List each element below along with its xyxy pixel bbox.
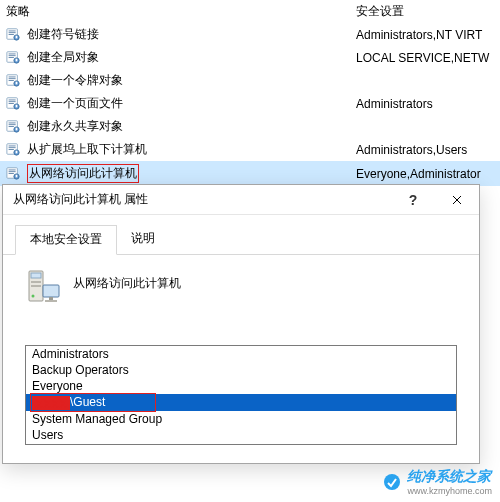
svg-rect-49 <box>45 300 57 302</box>
svg-rect-1 <box>9 31 16 32</box>
titlebar[interactable]: 从网络访问此计算机 属性 ? <box>3 185 479 215</box>
tab-local-security[interactable]: 本地安全设置 <box>15 225 117 255</box>
policy-row[interactable]: 创建一个令牌对象 <box>0 69 500 92</box>
svg-rect-3 <box>9 34 14 35</box>
svg-rect-45 <box>31 285 41 287</box>
svg-rect-43 <box>31 273 41 278</box>
svg-rect-38 <box>9 171 16 172</box>
principal-item-selected[interactable]: XXXX\Guest <box>26 394 456 411</box>
svg-rect-41 <box>16 175 18 178</box>
column-header-policy[interactable]: 策略 <box>6 3 356 20</box>
svg-rect-7 <box>9 54 16 55</box>
svg-rect-39 <box>9 173 14 174</box>
tab-explain[interactable]: 说明 <box>117 225 169 254</box>
policy-row[interactable]: 创建符号链接 Administrators,NT VIRT <box>0 23 500 46</box>
tab-content: 从网络访问此计算机 Administrators Backup Operator… <box>3 255 479 445</box>
svg-rect-14 <box>9 78 16 79</box>
svg-rect-48 <box>49 297 53 300</box>
svg-rect-37 <box>9 170 16 171</box>
svg-rect-35 <box>16 151 18 154</box>
policy-label: 创建永久共享对象 <box>27 119 123 133</box>
principal-item[interactable]: Backup Operators <box>26 362 456 378</box>
policy-name-label: 从网络访问此计算机 <box>73 269 181 292</box>
principal-guest-label: \Guest <box>70 395 105 409</box>
watermark-title: 纯净系统之家 <box>407 468 492 486</box>
policy-label: 创建一个令牌对象 <box>27 73 123 87</box>
watermark: 纯净系统之家 www.kzmyhome.com <box>383 468 492 496</box>
svg-rect-31 <box>9 146 16 147</box>
dialog-title: 从网络访问此计算机 属性 <box>13 191 391 208</box>
principals-listbox[interactable]: Administrators Backup Operators Everyone… <box>25 345 457 445</box>
policy-label: 创建一个页面文件 <box>27 96 123 110</box>
policy-icon <box>6 73 20 87</box>
watermark-logo-icon <box>383 473 401 491</box>
principal-item[interactable]: System Managed Group <box>26 411 456 427</box>
help-button[interactable]: ? <box>391 185 435 215</box>
policy-row[interactable]: 创建全局对象 LOCAL SERVICE,NETW <box>0 46 500 69</box>
principal-item[interactable]: Everyone <box>26 378 456 394</box>
svg-rect-21 <box>9 103 14 104</box>
svg-rect-20 <box>9 101 16 102</box>
svg-rect-27 <box>9 126 14 127</box>
principal-item[interactable]: Administrators <box>26 346 456 362</box>
properties-dialog: 从网络访问此计算机 属性 ? 本地安全设置 说明 从 <box>2 184 480 464</box>
svg-rect-25 <box>9 123 16 124</box>
watermark-url: www.kzmyhome.com <box>407 486 492 496</box>
server-icon <box>25 269 61 311</box>
list-header: 策略 安全设置 <box>0 0 500 23</box>
policy-row-selected[interactable]: 从网络访问此计算机 Everyone,Administrator <box>0 161 500 186</box>
policy-label: 创建全局对象 <box>27 50 99 64</box>
policy-setting: Everyone,Administrator <box>356 167 494 181</box>
svg-point-50 <box>384 474 400 490</box>
policy-row[interactable]: 从扩展坞上取下计算机 Administrators,Users <box>0 138 500 161</box>
policy-setting: Administrators,Users <box>356 143 494 157</box>
redacted-hostname: XXXX <box>32 396 70 410</box>
svg-rect-29 <box>16 128 18 131</box>
svg-rect-32 <box>9 147 16 148</box>
policy-label: 创建符号链接 <box>27 27 99 41</box>
svg-rect-17 <box>16 82 18 85</box>
policy-row[interactable]: 创建一个页面文件 Administrators <box>0 92 500 115</box>
svg-rect-47 <box>43 285 59 297</box>
svg-rect-9 <box>9 57 14 58</box>
policy-setting: LOCAL SERVICE,NETW <box>356 51 494 65</box>
policy-setting: Administrators <box>356 97 494 111</box>
policy-icon <box>6 96 20 110</box>
policy-header: 从网络访问此计算机 <box>25 269 457 311</box>
principal-item[interactable]: Users <box>26 427 456 443</box>
close-button[interactable] <box>435 185 479 215</box>
policy-icon <box>6 50 20 64</box>
policy-list: 策略 安全设置 创建符号链接 Administrators,NT VIRT 创建… <box>0 0 500 186</box>
svg-rect-5 <box>16 36 18 39</box>
svg-rect-2 <box>9 32 16 33</box>
policy-icon <box>6 119 20 133</box>
policy-label: 从扩展坞上取下计算机 <box>27 142 147 156</box>
policy-row[interactable]: 创建永久共享对象 <box>0 115 500 138</box>
svg-rect-13 <box>9 77 16 78</box>
svg-rect-33 <box>9 149 14 150</box>
svg-point-46 <box>32 295 35 298</box>
svg-rect-11 <box>16 59 18 62</box>
svg-rect-8 <box>9 55 16 56</box>
svg-rect-26 <box>9 124 16 125</box>
tab-bar: 本地安全设置 说明 <box>3 215 479 255</box>
svg-rect-19 <box>9 100 16 101</box>
policy-label: 从网络访问此计算机 <box>29 166 137 180</box>
svg-rect-44 <box>31 281 41 283</box>
column-header-setting[interactable]: 安全设置 <box>356 3 494 20</box>
policy-icon <box>6 27 20 41</box>
svg-rect-23 <box>16 105 18 108</box>
svg-rect-15 <box>9 80 14 81</box>
policy-icon <box>6 166 20 180</box>
policy-setting: Administrators,NT VIRT <box>356 28 494 42</box>
policy-icon <box>6 142 20 156</box>
